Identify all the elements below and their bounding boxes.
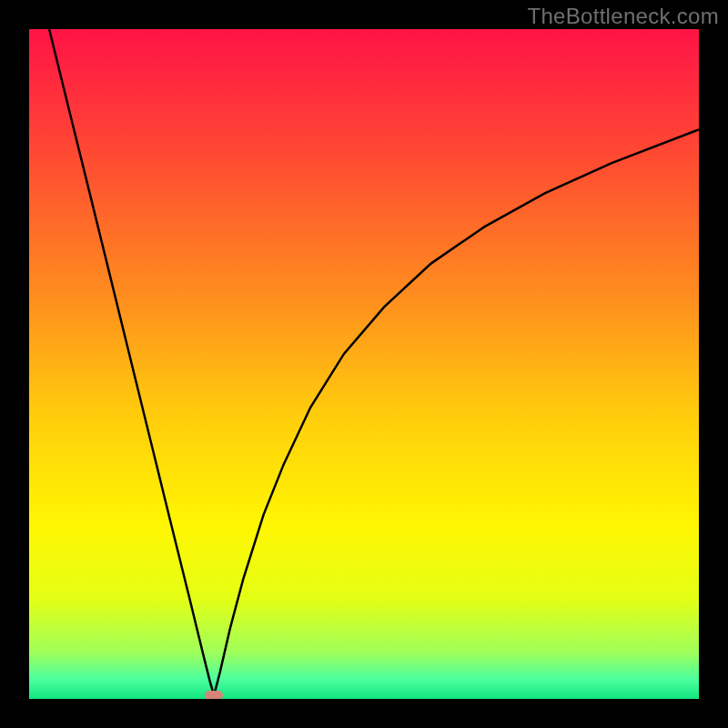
- plot-area: [29, 29, 699, 699]
- bottleneck-curve: [29, 29, 699, 699]
- optimal-point-marker: [205, 691, 223, 699]
- chart-frame: TheBottleneck.com: [0, 0, 728, 728]
- watermark-text: TheBottleneck.com: [527, 4, 719, 29]
